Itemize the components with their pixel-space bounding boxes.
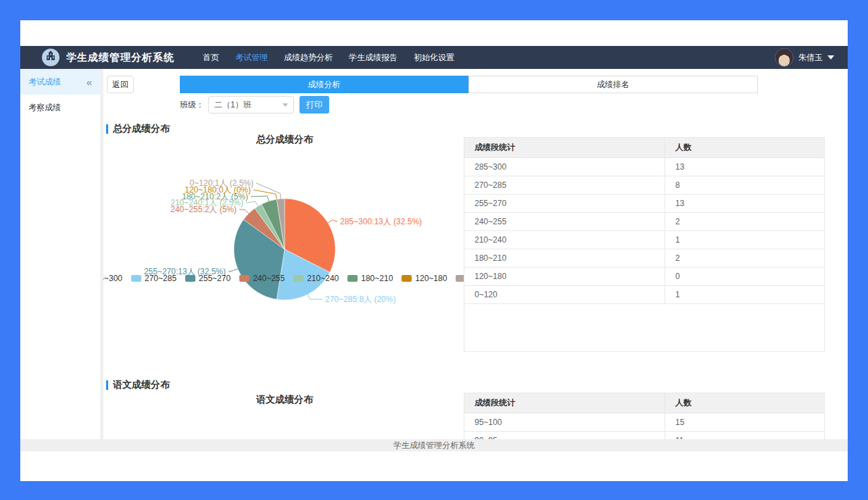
table-row: 255~27013 [464,195,824,213]
table-row: 180~2102 [464,249,824,268]
table-cell: 1 [665,231,825,249]
legend-item[interactable]: 285~300 [103,274,122,283]
table-row: 120~1800 [464,268,824,286]
legend-swatch [185,275,195,282]
column-header-range: 成绩段统计 [464,393,665,414]
chevron-down-icon [827,55,834,59]
print-button[interactable]: 打印 [299,96,329,114]
legend-item[interactable]: 240~255 [239,274,285,283]
table-cell: 180~210 [464,249,665,268]
nav-item[interactable]: 学生成绩报告 [349,52,397,64]
table-row: 0~1201 [464,286,824,304]
sidebar-item[interactable]: 考察成绩 [20,95,100,120]
legend-item[interactable]: 120~180 [402,274,447,283]
chevron-down-icon [283,103,288,107]
tab-bar: 成绩分析 成绩排名 [180,76,758,93]
total-score-pie-chart: 285~300:13人 (32.5%)270~285:8人 (20%)255~2… [105,143,464,339]
table-cell: 240~255 [464,213,665,231]
table-cell: 270~285 [464,176,665,195]
pie-label-line [308,294,322,299]
page-body: 考试成绩«考察成绩 返回 成绩分析 成绩排名 班级： 二（1）班 打印 总分成绩… [20,69,848,439]
section-accent-bar [106,124,108,134]
pie-label-line [239,209,249,214]
table-row: 90~9511 [464,432,824,440]
pie-label-line [327,220,337,224]
table-cell: 11 [665,432,825,440]
class-filter-row: 班级： 二（1）班 打印 [180,96,329,114]
sidebar-item[interactable]: 考试成绩« [20,69,100,95]
chinese-score-table: 成绩段统计 人数 95~1001590~9511 [464,393,825,439]
column-header-count: 人数 [665,138,825,158]
section-chinese-score-header: 语文成绩分布 [106,379,170,391]
sidebar-item-label: 考察成绩 [28,102,61,114]
class-select-value: 二（1）班 [214,99,283,111]
main-content: 返回 成绩分析 成绩排名 班级： 二（1）班 打印 总分成绩分布 总分成绩分布 … [103,69,848,439]
legend-label: 285~300 [103,274,122,283]
table-cell: 8 [665,176,825,195]
app-window: 学生成绩管理分析系统 首页考试管理成绩趋势分析学生成绩报告初始化设置 朱倩玉 考… [20,20,848,481]
chinese-chart-title: 语文成绩分布 [105,394,464,406]
pie-slice-label: 0~120:1人 (2.5%) [190,178,254,188]
pie-label-line [251,196,269,202]
app-title: 学生成绩管理分析系统 [66,51,174,64]
top-whitespace [20,20,848,46]
table-cell: 2 [665,249,825,268]
table-cell: 13 [665,195,825,213]
pie-label-line [246,201,258,207]
school-building-icon [45,51,56,64]
legend-label: 120~180 [415,274,447,283]
table-cell: 2 [665,213,825,231]
pie-slice-label: 285~300:13人 (32.5%) [340,217,422,226]
table-cell: 13 [665,158,825,176]
table-cell: 90~95 [464,432,665,440]
sidebar-item-label: 考试成绩 [28,76,61,88]
class-label: 班级： [180,99,204,111]
pie-label-line [254,190,276,200]
legend-item[interactable]: 210~240 [293,274,339,283]
legend-item[interactable]: 255~270 [185,274,231,283]
nav-item[interactable]: 成绩趋势分析 [284,52,333,64]
nav-item[interactable]: 考试管理 [235,52,268,64]
legend-label: 180~210 [361,274,393,283]
legend-swatch [347,275,358,282]
table-row: 285~30013 [464,158,824,176]
nav-item[interactable]: 首页 [203,52,219,64]
back-button[interactable]: 返回 [107,76,134,93]
table-cell: 255~270 [464,195,665,213]
legend-item[interactable]: 270~285 [131,274,176,283]
collapse-sidebar-icon[interactable]: « [87,76,92,88]
table-cell: 1 [665,286,825,304]
legend-item[interactable]: 180~210 [347,274,393,283]
column-header-range: 成绩段统计 [464,138,665,158]
tab-score-ranking[interactable]: 成绩排名 [468,76,758,93]
legend-swatch [131,275,141,282]
user-menu[interactable]: 朱倩玉 [775,48,834,67]
legend-label: 240~255 [253,274,285,283]
table-cell: 120~180 [464,268,665,286]
app-logo [42,49,59,66]
table-cell: 15 [665,414,825,432]
table-cell: 0 [665,268,825,286]
class-select[interactable]: 二（1）班 [208,96,294,114]
table-cell: 285~300 [464,158,665,176]
pie-slice-label: 270~285:8人 (20%) [325,295,395,304]
legend-swatch [402,275,412,282]
column-header-count: 人数 [665,393,825,414]
pie-label-line [228,268,239,272]
section-title: 语文成绩分布 [113,379,170,391]
tab-score-analysis[interactable]: 成绩分析 [180,76,468,93]
table-cell: 95~100 [464,414,665,432]
nav-item[interactable]: 初始化设置 [414,52,454,64]
table-row: 270~2858 [464,176,824,195]
legend-label: 270~285 [145,274,176,283]
total-score-table: 成绩段统计 人数 285~30013270~2858255~27013240~2… [464,137,825,352]
section-accent-bar [106,380,108,390]
page-footer: 学生成绩管理分析系统 [20,439,848,451]
legend-label: 210~240 [307,274,339,283]
table-row: 240~2552 [464,213,824,231]
legend-swatch [239,275,249,282]
legend-label: 255~270 [199,274,231,283]
table-row: 95~10015 [464,414,824,432]
navbar: 学生成绩管理分析系统 首页考试管理成绩趋势分析学生成绩报告初始化设置 朱倩玉 [20,46,848,69]
avatar[interactable] [775,48,794,67]
